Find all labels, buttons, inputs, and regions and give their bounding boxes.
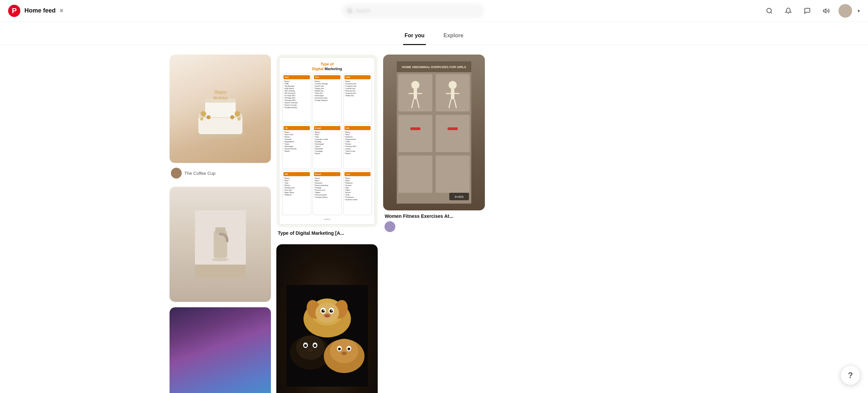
svg-point-15 — [237, 117, 241, 121]
pin-card-fitness[interactable]: HOME ABDOMINAL EXERCISES FOR GIRLS — [383, 55, 485, 235]
svg-rect-69 — [448, 127, 458, 130]
svg-point-41 — [304, 344, 307, 347]
pin-info-digital-marketing: Type of Digital Marketing [A... — [276, 227, 378, 239]
svg-text:Birthday: Birthday — [213, 96, 228, 100]
svg-point-56 — [411, 81, 419, 89]
svg-rect-71 — [436, 156, 470, 193]
svg-point-28 — [315, 303, 339, 323]
dm-inner: Type of Digital Marketing SEO * Basics* … — [279, 57, 375, 225]
svg-point-50 — [341, 352, 347, 355]
pinterest-logo[interactable]: P — [8, 5, 20, 17]
tab-explore[interactable]: Explore — [442, 27, 465, 45]
cake-illustration: Happy Birthday — [186, 75, 254, 143]
pin-card-digital-marketing[interactable]: Type of Digital Marketing SEO * Basics* … — [276, 55, 378, 239]
svg-rect-6 — [198, 116, 242, 134]
account-chevron[interactable]: ▾ — [857, 8, 860, 14]
megaphone-icon — [823, 7, 830, 14]
svg-rect-68 — [410, 127, 420, 130]
svg-point-12 — [206, 115, 211, 119]
menu-icon[interactable]: ≡ — [60, 7, 63, 14]
svg-text:3×45S: 3×45S — [455, 195, 463, 199]
search-icon-header — [766, 7, 773, 14]
svg-rect-67 — [436, 115, 470, 152]
dm-cell-smm: SMM * Basics* Facebook Ads* Instagram Ad… — [343, 74, 372, 123]
pin-image-interior — [170, 187, 271, 302]
svg-rect-57 — [414, 89, 417, 99]
svg-point-11 — [235, 111, 240, 117]
pin-card-abstract[interactable]: Standard — [170, 307, 271, 393]
svg-line-1 — [351, 12, 352, 13]
dm-cell-im: I.M. * Basics* How to find* Nicha's* Out… — [282, 124, 311, 169]
puppies-illustration — [287, 285, 368, 387]
pin-image-digital-marketing: Type of Digital Marketing SEO * Basics* … — [276, 55, 378, 227]
main-content: Happy Birthday The Coffee Cup — [0, 48, 868, 393]
svg-rect-62 — [451, 89, 454, 99]
chat-icon — [804, 7, 811, 14]
messages-button[interactable] — [801, 4, 814, 18]
svg-point-49 — [348, 348, 350, 350]
header: P Home feed ≡ Search — [0, 0, 868, 22]
search-bar[interactable]: Search — [342, 3, 484, 18]
user-name-cake: The Coffee Cup — [184, 171, 216, 176]
dm-cell-seo: SEO * Basics* GMB* Tag Manager* Audit Re… — [282, 74, 311, 123]
svg-rect-66 — [398, 115, 432, 152]
dm-title: Type of Digital Marketing — [282, 62, 372, 71]
help-button[interactable]: ? — [841, 366, 860, 385]
svg-line-3 — [771, 12, 772, 13]
svg-point-34 — [331, 310, 333, 311]
pin-card-cake[interactable]: Happy Birthday The Coffee Cup — [170, 55, 271, 181]
pin-card-interior[interactable] — [170, 187, 271, 302]
pin-title-digital-marketing: Type of Digital Marketing [A... — [278, 230, 376, 236]
svg-point-38 — [296, 335, 324, 360]
svg-point-0 — [348, 9, 352, 13]
svg-marker-4 — [824, 9, 826, 13]
pin-image-cake: Happy Birthday — [170, 55, 271, 163]
dm-grid: SEO * Basics* GMB* Tag Manager* Audit Re… — [282, 74, 372, 215]
avatar[interactable] — [839, 4, 852, 18]
svg-rect-19 — [195, 265, 246, 278]
pin-image-puppies — [276, 244, 378, 393]
svg-point-36 — [325, 315, 330, 317]
search-placeholder: Search — [355, 8, 370, 14]
header-left: P Home feed ≡ — [8, 5, 63, 17]
svg-point-45 — [330, 339, 358, 363]
svg-text:HOME ABDOMINAL EXERCISES FOR G: HOME ABDOMINAL EXERCISES FOR GIRLS — [402, 65, 466, 69]
svg-rect-8 — [205, 100, 236, 117]
svg-rect-70 — [398, 156, 432, 193]
tab-for-you[interactable]: For you — [403, 27, 426, 45]
user-avatar-cake — [171, 168, 182, 179]
svg-point-10 — [201, 111, 206, 117]
pin-user-row-fitness — [384, 221, 483, 232]
pin-image-abstract — [170, 307, 271, 393]
svg-point-48 — [338, 348, 341, 350]
pin-title-fitness: Women Fitness Exercises At... — [384, 213, 483, 219]
bell-icon — [785, 7, 792, 14]
dm-cell-email: E-mail * Basics* Why?* Tools* Generate e… — [313, 124, 342, 169]
dm-cell-em: E.M. * Basics* Why?* Platforms* Requirem… — [343, 124, 372, 169]
dm-cell-trad: Trad. * Basics* Why?* Platforms* Amazon*… — [343, 170, 372, 215]
search-button[interactable] — [763, 4, 776, 18]
pin-card-puppies[interactable] — [276, 244, 378, 393]
announcements-button[interactable] — [820, 4, 833, 18]
svg-point-42 — [314, 344, 316, 347]
header-center: Search — [63, 3, 763, 18]
dm-cell-brand: Brand. * Basics* Why?* Research* Brand p… — [313, 170, 342, 215]
header-right: ▾ — [763, 4, 860, 18]
dm-cell-affi: Affi. * Basics* Why?* Type* Niche's* Str… — [282, 170, 311, 215]
svg-text:Happy: Happy — [214, 89, 227, 95]
pin-user-row-cake: The Coffee Cup — [171, 168, 270, 179]
fitness-illustration: HOME ABDOMINAL EXERCISES FOR GIRLS — [397, 61, 471, 204]
pin-image-fitness: HOME ABDOMINAL EXERCISES FOR GIRLS — [383, 55, 485, 210]
svg-point-43 — [308, 348, 313, 352]
svg-point-61 — [449, 81, 457, 89]
svg-point-31 — [321, 309, 325, 313]
user-avatar-fitness — [384, 221, 395, 232]
interior-illustration — [195, 210, 246, 278]
search-icon — [347, 8, 353, 14]
svg-point-32 — [330, 309, 333, 313]
dm-footer: bedeol — [282, 217, 372, 220]
masonry-grid: Happy Birthday The Coffee Cup — [170, 55, 698, 393]
dm-cell-ppc: PPC * Basics* Content Strategy* Search A… — [313, 74, 342, 123]
notifications-button[interactable] — [782, 4, 795, 18]
pin-info-cake: The Coffee Cup — [170, 163, 271, 181]
